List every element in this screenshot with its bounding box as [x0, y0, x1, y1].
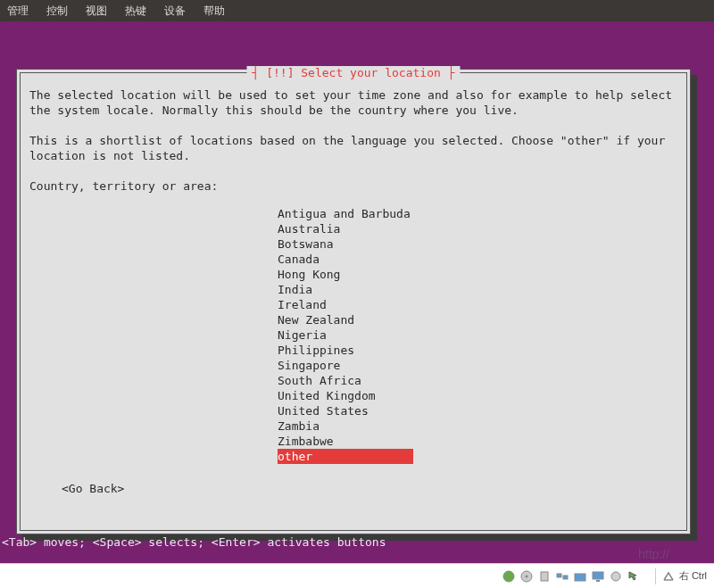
dialog-prompt: Country, territory or area: [29, 178, 677, 194]
go-back-button[interactable]: <Go Back> [62, 482, 124, 495]
optical-icon [519, 569, 534, 584]
shared-folder-icon [573, 569, 587, 584]
status-icons [502, 569, 641, 584]
svg-rect-6 [575, 574, 585, 581]
dialog-frame: ┤ [!!] Select your location ├ The select… [20, 72, 687, 531]
country-item[interactable]: Philippines [278, 343, 677, 358]
mouse-integration-icon [627, 569, 641, 584]
country-item[interactable]: United Kingdom [278, 388, 677, 403]
separator [655, 568, 656, 584]
menu-help[interactable]: 帮助 [203, 4, 225, 19]
country-item[interactable]: New Zealand [278, 312, 677, 327]
country-list[interactable]: Antigua and BarbudaAustraliaBotswanaCana… [278, 206, 677, 464]
svg-point-2 [525, 575, 527, 577]
country-item[interactable]: Hong Kong [278, 267, 677, 282]
svg-rect-5 [563, 576, 568, 579]
vm-menubar: 管理 控制 视图 热键 设备 帮助 [0, 0, 714, 21]
country-item[interactable]: Canada [278, 252, 677, 267]
hostkey-icon [661, 569, 676, 584]
menu-view[interactable]: 视图 [86, 4, 107, 19]
country-item[interactable]: Zimbabwe [278, 434, 677, 449]
installer-screen: ┤ [!!] Select your location ├ The select… [0, 21, 714, 563]
country-item[interactable]: Antigua and Barbuda [278, 206, 677, 221]
country-item[interactable]: India [278, 282, 677, 297]
svg-rect-8 [596, 580, 600, 582]
country-item[interactable]: Singapore [278, 358, 677, 373]
usb-icon [537, 569, 552, 584]
svg-point-9 [611, 572, 620, 581]
country-item[interactable]: Australia [278, 221, 677, 236]
recording-icon [609, 569, 623, 584]
menu-manage[interactable]: 管理 [7, 4, 29, 19]
dialog-paragraph-1: The selected location will be used to se… [29, 87, 677, 118]
country-item[interactable]: other [278, 449, 413, 464]
menu-devices[interactable]: 设备 [164, 4, 186, 19]
country-item[interactable]: South Africa [278, 373, 677, 388]
hdd-icon [502, 569, 516, 584]
svg-rect-7 [593, 572, 603, 579]
country-item[interactable]: Nigeria [278, 327, 677, 343]
svg-rect-3 [541, 572, 548, 581]
location-dialog: ┤ [!!] Select your location ├ The select… [16, 69, 691, 534]
hostkey-label: 右 Ctrl [679, 569, 707, 583]
country-item[interactable]: United States [278, 403, 677, 418]
country-item[interactable]: Ireland [278, 297, 677, 312]
display-icon [591, 569, 605, 584]
dialog-title: ┤ [!!] Select your location ├ [247, 66, 461, 79]
country-item[interactable]: Zambia [278, 418, 677, 434]
dialog-paragraph-2: This is a shortlist of locations based o… [29, 133, 677, 163]
country-item[interactable]: Botswana [278, 236, 677, 252]
network-icon [555, 569, 569, 584]
svg-rect-4 [557, 574, 561, 577]
footer-hint: <Tab> moves; <Space> selects; <Enter> ac… [2, 535, 386, 549]
vm-statusbar: 右 Ctrl [0, 563, 714, 588]
menu-hotkeys[interactable]: 热键 [125, 4, 146, 19]
menu-control[interactable]: 控制 [46, 4, 68, 19]
svg-point-0 [503, 571, 514, 582]
